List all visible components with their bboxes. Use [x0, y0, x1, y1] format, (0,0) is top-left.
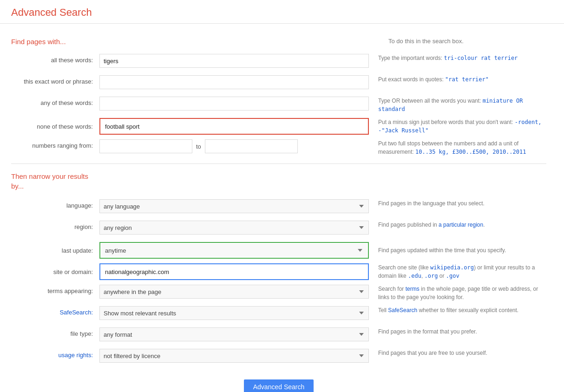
numbers-to-label: to: [196, 143, 201, 150]
exact-phrase-input[interactable]: [99, 75, 369, 89]
none-of-words-input[interactable]: [101, 120, 367, 133]
file-type-select-area: any format: [99, 327, 369, 341]
file-type-select[interactable]: any format: [99, 327, 369, 341]
usage-rights-label: usage rights:: [11, 349, 99, 359]
exact-phrase-hint: Put exact words in quotes: "rat terrier": [369, 75, 536, 84]
none-of-words-label: none of these words:: [11, 123, 99, 130]
usage-rights-select[interactable]: not filtered by licence: [99, 349, 369, 363]
language-select-area: any language: [99, 199, 369, 213]
language-row: language: any language Find pages in the…: [11, 199, 546, 216]
terms-appearing-select[interactable]: anywhere in the page: [99, 285, 369, 299]
numbers-label: numbers ranging from:: [11, 139, 99, 149]
numbers-row: numbers ranging from: to Put two full st…: [11, 139, 546, 156]
last-update-highlight: anytime: [99, 242, 369, 259]
terms-appearing-label: terms appearing:: [11, 285, 99, 294]
numbers-input-area: to: [99, 139, 369, 153]
language-hint: Find pages in the language that you sele…: [369, 199, 536, 208]
advanced-search-button[interactable]: Advanced Search: [244, 379, 314, 392]
none-of-words-hint: Put a minus sign just before words that …: [369, 118, 545, 135]
usage-rights-select-area: not filtered by licence: [99, 349, 369, 363]
numbers-hint: Put two full stops between the numbers a…: [369, 139, 545, 156]
narrow-section-header: Then narrow your resultsby...: [11, 171, 546, 191]
safesearch-row: SafeSearch: Show most relevant results T…: [11, 306, 546, 323]
file-type-row: file type: any format Find pages in the …: [11, 327, 546, 344]
submit-row: Advanced Search: [11, 379, 546, 392]
site-or-domain-row: site or domain: Search one site (like wi…: [11, 263, 546, 280]
language-label: language:: [11, 199, 99, 209]
last-update-label: last update:: [11, 247, 99, 254]
last-update-select[interactable]: anytime: [101, 244, 367, 257]
terms-appearing-hint: Search for terms in the whole page, page…: [369, 285, 545, 301]
site-or-domain-input[interactable]: [101, 265, 367, 278]
last-update-row: last update: anytime Find pages updated …: [11, 242, 546, 259]
numbers-to-input[interactable]: [205, 139, 298, 153]
safesearch-select[interactable]: Show most relevant results: [99, 306, 369, 320]
narrow-section-label: Then narrow your resultsby...: [11, 172, 88, 190]
all-these-words-row: all these words: Type the important word…: [11, 54, 546, 71]
region-label: region:: [11, 221, 99, 230]
site-or-domain-label: site or domain:: [11, 268, 99, 275]
file-type-label: file type:: [11, 327, 99, 337]
all-these-words-input-area: [99, 54, 369, 68]
site-or-domain-hint: Search one site (like wikipedia.org) or …: [369, 263, 545, 280]
search-box-hint-header: To do this in the search box.: [379, 38, 546, 46]
terms-appearing-select-area: anywhere in the page: [99, 285, 369, 299]
safesearch-select-area: Show most relevant results: [99, 306, 369, 320]
any-words-hint: Type OR between all the words you want: …: [369, 97, 545, 113]
region-row: region: any region Find pages published …: [11, 221, 546, 237]
none-of-words-row: none of these words: Put a minus sign ju…: [11, 118, 546, 135]
all-these-words-hint: Type the important words: tri-colour rat…: [369, 54, 536, 62]
safesearch-label: SafeSearch:: [11, 306, 99, 316]
safesearch-hint: Tell SafeSearch whether to filter sexual…: [369, 306, 536, 314]
file-type-hint: Find pages in the format that you prefer…: [369, 327, 536, 336]
language-select[interactable]: any language: [99, 199, 369, 213]
exact-phrase-label: this exact word or phrase:: [11, 75, 99, 85]
region-hint: Find pages published in a particular reg…: [369, 221, 536, 229]
region-select[interactable]: any region: [99, 221, 369, 235]
region-select-area: any region: [99, 221, 369, 235]
any-words-input-area: [99, 97, 369, 111]
exact-phrase-row: this exact word or phrase: Put exact wor…: [11, 75, 546, 92]
none-of-words-highlight: [99, 118, 369, 135]
exact-phrase-input-area: [99, 75, 369, 89]
terms-appearing-row: terms appearing: anywhere in the page Se…: [11, 285, 546, 301]
numbers-from-input[interactable]: [99, 139, 192, 153]
find-section-label: Find pages with...: [11, 38, 66, 46]
any-words-input[interactable]: [99, 97, 369, 111]
all-these-words-label: all these words:: [11, 54, 99, 64]
usage-rights-hint: Find pages that you are free to use your…: [369, 349, 536, 357]
any-words-row: any of these words: Type OR between all …: [11, 97, 546, 113]
site-or-domain-highlight: [99, 263, 369, 280]
usage-rights-row: usage rights: not filtered by licence Fi…: [11, 349, 546, 366]
page-title: Advanced Search: [11, 7, 92, 18]
last-update-hint: Find pages updated within the time that …: [369, 246, 536, 255]
all-these-words-input[interactable]: [99, 54, 369, 68]
section-divider-1: [11, 163, 546, 164]
any-words-label: any of these words:: [11, 97, 99, 106]
